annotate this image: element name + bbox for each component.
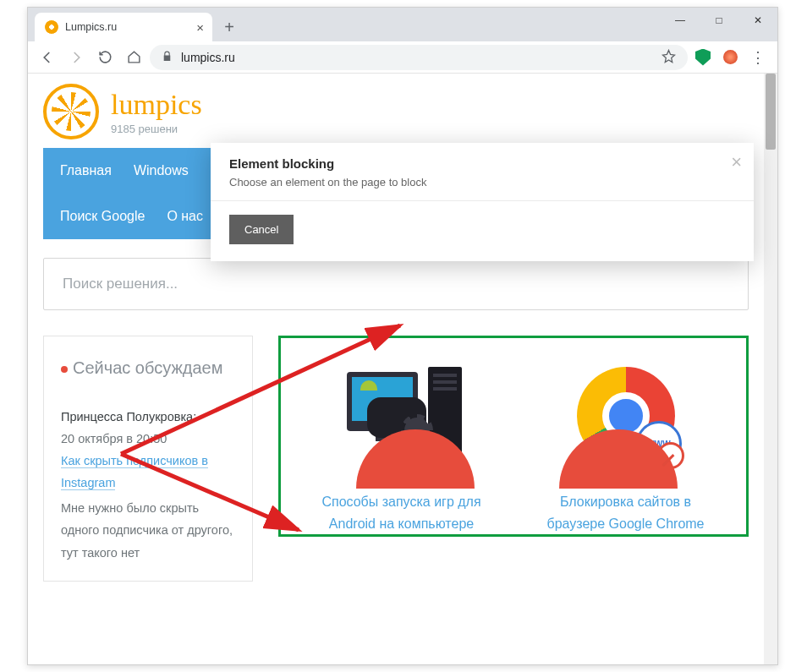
window-controls: — □ ✕	[661, 8, 777, 41]
nav-item-home[interactable]: Главная	[60, 163, 112, 178]
site-logo-icon	[43, 84, 99, 139]
article-image-icon	[559, 429, 678, 548]
tab-title: Lumpics.ru	[65, 21, 117, 33]
url-text: lumpics.ru	[181, 51, 235, 64]
bookmark-star-icon[interactable]	[661, 49, 676, 66]
home-button[interactable]	[121, 45, 146, 70]
comment-body: Мне нужно было скрыть одного подписчика …	[61, 497, 235, 563]
comment-article-link[interactable]: Как скрыть подписчиков в Instagram	[61, 454, 208, 490]
scrollbar-track[interactable]	[764, 74, 777, 664]
comment-date: 20 октября в 20:50	[61, 428, 235, 450]
back-button[interactable]	[35, 45, 60, 70]
site-header: lumpics 9185 решени	[43, 84, 749, 139]
site-title: lumpics	[111, 89, 202, 121]
window-close-button[interactable]: ✕	[738, 8, 777, 33]
dialog-title: Element blocking	[229, 156, 735, 171]
site-search-input[interactable]: Поиск решения...	[43, 258, 749, 310]
browser-tab[interactable]: Lumpics.ru ×	[35, 13, 212, 41]
favicon-icon	[45, 20, 58, 34]
scrollbar-thumb[interactable]	[766, 74, 776, 150]
browser-menu-button[interactable]: ⋮	[745, 45, 771, 70]
titlebar: Lumpics.ru × + — □ ✕	[28, 8, 777, 41]
reload-button[interactable]	[92, 45, 118, 70]
article-image-icon	[356, 429, 475, 548]
extension-icon[interactable]	[721, 48, 739, 67]
tab-close-button[interactable]: ×	[196, 21, 204, 34]
sidebar-discussion: Сейчас обсуждаем Принцесса Полукровка: 2…	[43, 336, 253, 582]
nav-item-about[interactable]: О нас	[167, 209, 203, 224]
dialog-close-button[interactable]: ×	[731, 151, 742, 173]
new-tab-button[interactable]: +	[217, 15, 241, 39]
cancel-button[interactable]: Cancel	[229, 215, 294, 244]
articles-grid: Способы запуска игр для Android на компь…	[278, 336, 749, 537]
nav-item-google-search[interactable]: Поиск Google	[60, 209, 145, 224]
toolbar: lumpics.ru ⋮	[28, 41, 777, 74]
lock-icon	[162, 51, 173, 64]
window-minimize-button[interactable]: —	[661, 8, 700, 33]
adguard-extension-icon[interactable]	[694, 48, 712, 67]
search-placeholder: Поиск решения...	[63, 276, 178, 292]
address-bar[interactable]: lumpics.ru	[150, 45, 688, 70]
nav-item-windows[interactable]: Windows	[134, 163, 189, 178]
browser-window: Lumpics.ru × + — □ ✕ lumpics.ru ⋮	[27, 7, 778, 665]
window-maximize-button[interactable]: □	[700, 8, 738, 33]
element-blocking-dialog: Element blocking Choose an element on th…	[211, 143, 754, 261]
viewport: lumpics 9185 решени Главная Windows Поис…	[28, 74, 777, 664]
comment-author: Принцесса Полукровка:	[61, 406, 235, 428]
site-subtitle: 9185 решени	[111, 123, 202, 135]
forward-button[interactable]	[63, 45, 89, 70]
live-dot-icon	[61, 366, 68, 373]
dialog-subtitle: Choose an element on the page to block	[229, 176, 735, 188]
sidebar-heading: Сейчас обсуждаем	[61, 357, 235, 379]
